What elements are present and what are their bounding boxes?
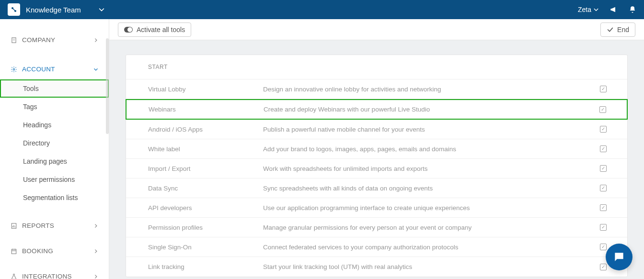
- tool-description: Publish a powerful native mobile channel…: [263, 126, 594, 133]
- nav-account[interactable]: ACCOUNT: [0, 62, 109, 77]
- tool-row[interactable]: Single Sign-OnConnect federated services…: [126, 237, 627, 257]
- account-submenu: ToolsTagsHeadingsDirectoryLanding pagesU…: [0, 79, 109, 207]
- calendar-icon: [11, 248, 17, 255]
- chevron-right-icon: [93, 223, 98, 228]
- main-area: Activate all tools End START Virtual Lob…: [109, 19, 644, 279]
- checkbox-icon: ✓: [600, 126, 607, 133]
- svg-rect-2: [12, 37, 16, 43]
- checkbox-icon: ✓: [600, 204, 607, 211]
- tool-checkbox[interactable]: ✓: [594, 185, 613, 191]
- sidebar-item-tools[interactable]: Tools: [0, 79, 109, 98]
- tool-name: Virtual Lobby: [148, 86, 263, 93]
- tool-row[interactable]: White labelAdd your brand to logos, imag…: [126, 139, 627, 159]
- tool-checkbox[interactable]: ✓: [594, 165, 613, 172]
- tool-description: Add your brand to logos, images, apps, p…: [263, 145, 594, 153]
- end-button[interactable]: End: [600, 22, 635, 37]
- topbar: Knowledge Team Zeta: [0, 0, 644, 19]
- tool-row[interactable]: Data SyncSync spreadsheets with all kind…: [126, 179, 627, 198]
- tool-name: Import / Export: [148, 165, 263, 172]
- tool-description: Start your link tracking tool (UTM) with…: [263, 263, 594, 270]
- svg-rect-9: [12, 249, 16, 253]
- chat-icon: [613, 251, 625, 263]
- tool-description: Work with spreadsheets for unlimited imp…: [263, 165, 594, 172]
- tool-checkbox[interactable]: ✓: [594, 86, 613, 92]
- user-name: Zeta: [578, 6, 591, 13]
- chevron-right-icon: [93, 274, 98, 279]
- sidebar: COMPANY ACCOUNT ToolsTagsHeadingsDirecto…: [0, 19, 109, 279]
- checkbox-icon: ✓: [599, 106, 606, 113]
- chat-widget[interactable]: [606, 244, 632, 270]
- checkbox-icon: ✓: [600, 86, 607, 92]
- notifications-button[interactable]: [629, 6, 636, 13]
- team-name: Knowledge Team: [26, 6, 81, 14]
- tool-name: API developers: [148, 204, 263, 212]
- sidebar-item-user-permissions[interactable]: User permissions: [0, 170, 109, 189]
- activate-all-label: Activate all tools: [137, 26, 185, 33]
- megaphone-icon: [610, 5, 618, 14]
- tool-description: Create and deploy Webinars with our powe…: [264, 106, 593, 113]
- nav-booking-label: BOOKING: [22, 247, 53, 255]
- tool-description: Manage granular permissions for every pe…: [263, 224, 594, 231]
- tool-checkbox[interactable]: ✓: [594, 204, 613, 211]
- tool-name: Single Sign-On: [148, 244, 263, 251]
- nav-account-label: ACCOUNT: [22, 66, 55, 73]
- tool-name: White label: [148, 145, 263, 153]
- tool-name: Android / iOS Apps: [148, 126, 263, 133]
- gear-icon: [11, 66, 17, 73]
- tools-card: START Virtual LobbyDesign an innovative …: [126, 55, 628, 277]
- chevron-down-icon: [98, 6, 105, 13]
- report-icon: [11, 223, 17, 229]
- tool-row[interactable]: Virtual LobbyDesign an innovative online…: [126, 79, 627, 99]
- check-icon: [607, 26, 613, 33]
- team-switcher-caret[interactable]: [98, 6, 105, 13]
- announcements-button[interactable]: [610, 5, 618, 14]
- chevron-down-icon: [593, 7, 599, 12]
- tool-row[interactable]: API developersUse our application progra…: [126, 198, 627, 218]
- tool-name: Data Sync: [148, 185, 263, 192]
- tool-checkbox[interactable]: ✓: [593, 106, 612, 113]
- sidebar-item-headings[interactable]: Headings: [0, 116, 109, 134]
- user-menu[interactable]: Zeta: [578, 6, 599, 13]
- bell-icon: [629, 6, 636, 13]
- checkbox-icon: ✓: [600, 224, 607, 231]
- tool-row[interactable]: Link trackingStart your link tracking to…: [126, 257, 627, 277]
- tool-checkbox[interactable]: ✓: [594, 126, 613, 133]
- checkbox-icon: ✓: [600, 244, 607, 250]
- flask-icon: [11, 273, 17, 279]
- tool-checkbox[interactable]: ✓: [594, 145, 613, 152]
- nav-reports-label: REPORTS: [22, 222, 54, 229]
- sidebar-item-directory[interactable]: Directory: [0, 134, 109, 152]
- toggle-icon: [124, 27, 133, 33]
- chevron-right-icon: [93, 249, 98, 254]
- tool-name: Webinars: [149, 106, 264, 113]
- tool-row[interactable]: Import / ExportWork with spreadsheets fo…: [126, 159, 627, 179]
- svg-point-7: [13, 68, 15, 70]
- tool-description: Sync spreadsheets with all kinds of data…: [263, 185, 594, 192]
- sidebar-item-segmentation-lists[interactable]: Segmentation lists: [0, 189, 109, 207]
- checkbox-icon: ✓: [600, 264, 607, 270]
- sidebar-item-landing-pages[interactable]: Landing pages: [0, 152, 109, 170]
- chevron-down-icon: [93, 67, 98, 72]
- app-logo: [8, 3, 20, 16]
- tool-name: Permission profiles: [148, 224, 263, 231]
- svg-rect-6: [14, 40, 15, 40]
- tool-checkbox[interactable]: ✓: [594, 224, 613, 231]
- tool-name: Link tracking: [148, 263, 263, 270]
- svg-rect-3: [13, 39, 13, 39]
- nav-integrations[interactable]: INTEGRATIONS: [0, 269, 109, 279]
- sidebar-item-tags[interactable]: Tags: [0, 98, 109, 116]
- building-icon: [11, 37, 17, 44]
- nav-reports[interactable]: REPORTS: [0, 218, 109, 233]
- action-bar: Activate all tools End: [109, 19, 644, 40]
- nav-company[interactable]: COMPANY: [0, 33, 109, 47]
- checkbox-icon: ✓: [600, 165, 607, 172]
- activate-all-button[interactable]: Activate all tools: [118, 22, 191, 37]
- nav-booking[interactable]: BOOKING: [0, 244, 109, 258]
- nav-integrations-label: INTEGRATIONS: [22, 273, 72, 279]
- tool-row[interactable]: WebinarsCreate and deploy Webinars with …: [126, 99, 628, 120]
- chevron-right-icon: [93, 38, 98, 43]
- tool-row[interactable]: Permission profilesManage granular permi…: [126, 218, 627, 237]
- tool-row[interactable]: Android / iOS AppsPublish a powerful nat…: [126, 120, 627, 139]
- checkbox-icon: ✓: [600, 145, 607, 152]
- svg-rect-4: [14, 39, 15, 39]
